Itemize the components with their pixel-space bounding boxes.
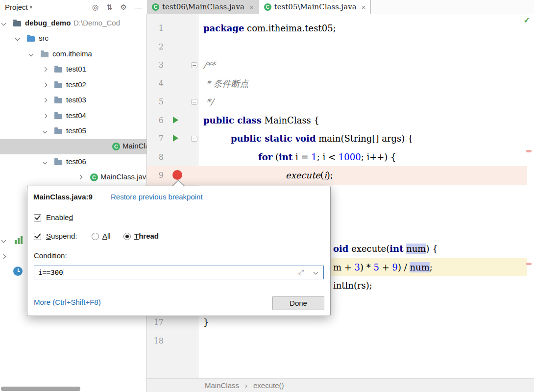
tree-item-test06[interactable]: test06 [0,155,146,170]
chevron-right-icon[interactable] [43,83,48,88]
code-line[interactable]: */ [203,93,214,111]
run-line-icon[interactable] [173,117,178,123]
fold-icon[interactable] [191,62,197,68]
project-view-label: Project [5,3,28,11]
tree-item-label: test05 [66,126,86,135]
settings-gear-icon[interactable]: ⚙ [121,3,127,11]
code-line[interactable]: m + 3) * 5 + 9) / num; [333,258,433,277]
text-caret [64,269,64,276]
tree-item-path: D:\Demo_Cod [73,19,120,27]
class-icon: C [152,3,159,11]
line-number: 9 [147,166,164,185]
done-button[interactable]: Done [272,296,324,310]
clock-icon[interactable] [13,267,23,276]
chevron-down-icon[interactable] [43,129,48,134]
chevron-right-icon[interactable] [43,114,48,119]
inspections-ok-icon[interactable]: ✓ [524,16,530,25]
breakpoint-dialog: MainClass.java:9 Restore previous breakp… [27,186,331,316]
tree-item-label: test01 [66,65,86,73]
chevron-right-icon[interactable] [43,67,48,72]
error-stripe-mark[interactable] [526,263,532,265]
close-icon[interactable]: × [362,3,366,11]
tree-item-label: src [39,34,49,42]
chevron-down-icon[interactable] [43,160,48,165]
project-view-dropdown[interactable]: Project ▾ [5,3,32,11]
condition-label: Condition: [34,251,67,260]
expand-editor-icon[interactable]: ⤢ [298,268,304,276]
breadcrumb: MainClass › execute() [147,378,534,392]
condition-input[interactable]: i==300 ⤢ [34,266,324,279]
fold-icon[interactable] [191,136,197,142]
fold-icon[interactable] [191,99,197,105]
tree-item-test03[interactable]: test03 [0,93,146,108]
tree-item-test01[interactable]: test01 [0,62,146,77]
run-line-icon[interactable] [173,135,178,142]
code-line[interactable]: oid execute(int num) { [333,240,438,258]
tab-label: test06\MainClass.java [162,2,244,11]
locate-file-icon[interactable]: ◎ [92,3,98,11]
tree-item-test04[interactable]: test04 [0,109,146,124]
breakpoint-icon[interactable] [172,170,182,180]
code-line[interactable]: for (int i = 1; i < 1000; i++) { [258,148,396,167]
tree-item-mainclass[interactable]: CMainClass [0,139,146,154]
chevron-down-icon[interactable] [15,36,20,41]
tab-test05-mainclass[interactable]: C test05\MainClass.java × [259,0,371,14]
breadcrumb-separator: › [245,381,247,390]
line-number: 3 [147,56,164,74]
code-line[interactable]: package com.itheima.test05; [203,19,336,38]
tab-label: test05\MainClass.java [274,2,357,11]
tree-item-com-itheima[interactable]: com.itheima [0,47,146,62]
chevron-down-icon: ▾ [30,4,32,10]
code-line[interactable]: intln(rs); [333,276,372,295]
enabled-label[interactable]: Enabled [46,213,73,221]
enabled-checkbox[interactable] [34,214,41,221]
folder-src-icon [27,36,35,42]
collapse-all-icon[interactable]: ⇅ [106,3,113,11]
folder-icon [54,129,62,134]
chevron-down-icon[interactable] [1,21,6,26]
class-icon: C [112,143,120,150]
code-line[interactable]: /** [203,56,215,74]
horizontal-scrollbar-thumb[interactable] [1,387,80,391]
tree-item-src[interactable]: src [0,31,146,47]
tree-item-label: MainClass [122,142,146,150]
dialog-title: MainClass.java:9 [33,193,93,201]
line-number: 2 [147,38,164,56]
error-stripe-mark[interactable] [526,150,532,152]
suspend-label[interactable]: Suspend: [46,232,77,240]
suspend-checkbox[interactable] [34,233,41,240]
more-settings-link[interactable]: More (Ctrl+Shift+F8) [34,298,101,306]
suspend-thread-label[interactable]: Thread [134,232,159,240]
tree-item-test05[interactable]: test05 [0,124,146,139]
tree-item-mainclass-java[interactable]: CMainClass.java [0,170,146,185]
project-toolbar-icons: ◎ ⇅ ⚙ — [92,3,142,11]
suspend-all-label[interactable]: All [102,232,111,240]
restore-breakpoint-link[interactable]: Restore previous breakpoint [111,193,203,201]
hide-panel-icon[interactable]: — [135,3,142,11]
editor-tabs: C test06\MainClass.java × C test05\MainC… [147,0,534,14]
line-number: 4 [147,74,164,93]
breadcrumb-class[interactable]: MainClass [205,381,239,390]
line-number: 1 [147,19,164,38]
breadcrumb-method[interactable]: execute() [253,381,284,390]
suspend-thread-radio[interactable] [123,233,131,240]
code-line[interactable]: execute(i); [286,166,333,185]
suspend-all-radio[interactable] [92,233,99,240]
chevron-right-icon[interactable] [78,175,83,180]
class-icon: C [90,173,98,181]
code-line[interactable]: public static void main(String[] args) { [231,129,413,148]
tree-item-test02[interactable]: test02 [0,78,146,93]
close-icon[interactable]: × [249,3,254,11]
folder-icon [54,67,62,73]
tab-test06-mainclass[interactable]: C test06\MainClass.java × [147,0,259,14]
chevron-down-icon[interactable] [29,52,34,57]
tree-item-debug-demo[interactable]: debug_demoD:\Demo_Cod [0,16,146,31]
code-line[interactable]: * 条件断点 [203,74,248,93]
structure-icon[interactable] [15,235,24,244]
code-line[interactable]: public class MainClass { [203,111,319,130]
tree-item-label: test03 [66,96,86,104]
chevron-down-icon[interactable] [314,270,318,275]
ide-window: debug_demoD:\Demo_Codsrccom.itheimatest0… [0,0,534,392]
chevron-right-icon[interactable] [43,98,48,103]
folder-icon [54,98,62,103]
